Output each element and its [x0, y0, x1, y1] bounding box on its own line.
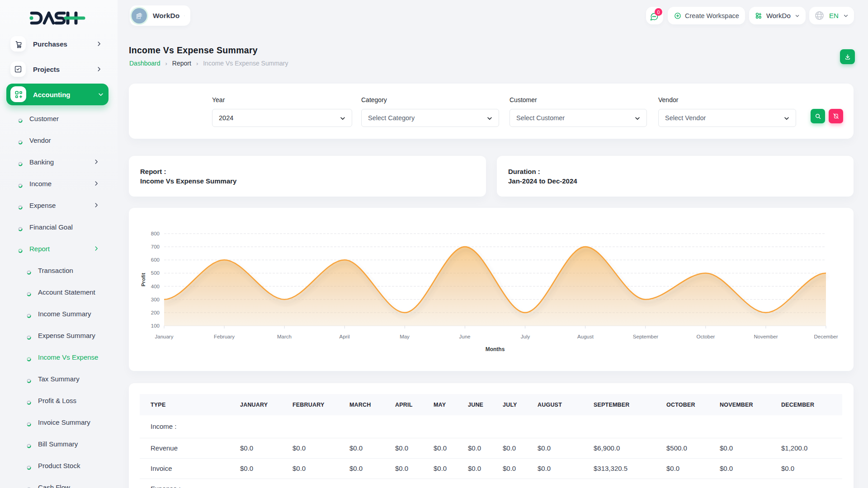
svg-text:February: February: [214, 334, 235, 339]
svg-text:600: 600: [151, 257, 160, 263]
svg-text:March: March: [277, 334, 292, 339]
svg-text:December: December: [814, 334, 838, 339]
svg-text:September: September: [633, 334, 658, 339]
svg-text:August: August: [577, 334, 594, 339]
svg-text:400: 400: [151, 284, 160, 289]
svg-text:500: 500: [151, 270, 160, 276]
svg-text:700: 700: [151, 244, 160, 249]
svg-text:November: November: [754, 334, 778, 339]
svg-text:300: 300: [151, 297, 160, 302]
svg-text:May: May: [400, 334, 410, 339]
svg-text:July: July: [521, 334, 530, 339]
svg-text:October: October: [697, 334, 715, 339]
svg-text:June: June: [459, 334, 471, 339]
svg-text:800: 800: [151, 231, 160, 236]
svg-text:200: 200: [151, 310, 160, 315]
svg-text:Months: Months: [486, 346, 505, 352]
svg-text:100: 100: [151, 323, 160, 328]
svg-text:January: January: [155, 334, 174, 339]
svg-text:April: April: [339, 334, 349, 339]
svg-text:Profit: Profit: [141, 273, 146, 286]
